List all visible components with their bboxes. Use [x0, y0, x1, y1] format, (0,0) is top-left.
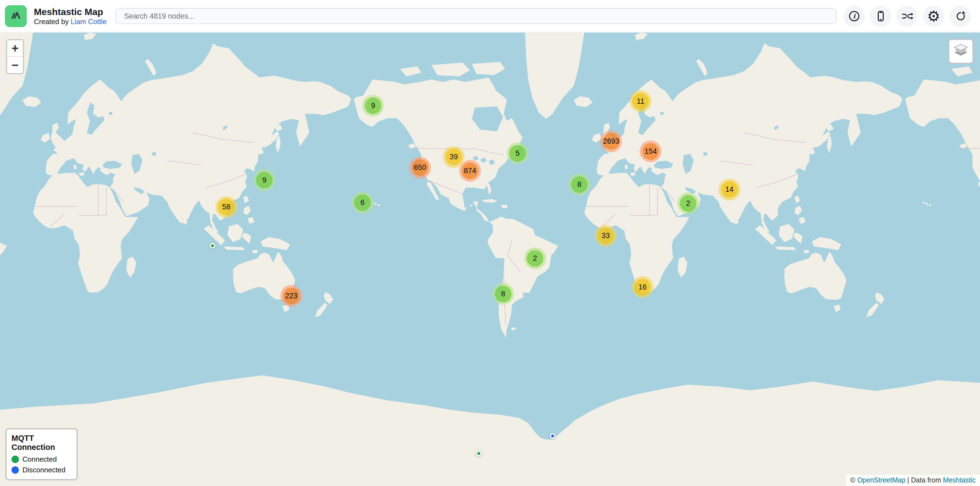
zoom-control: + −	[6, 39, 24, 74]
cluster-count: 154	[642, 143, 659, 160]
cluster-marker[interactable]: 2693	[600, 131, 622, 153]
cluster-count: 223	[283, 288, 300, 304]
node-marker-connected[interactable]	[476, 451, 482, 456]
search-bar	[115, 8, 837, 24]
cluster-marker[interactable]: 6	[352, 192, 374, 214]
world-basemap	[0, 33, 980, 486]
cluster-marker[interactable]: 11	[630, 90, 652, 112]
legend-row-connected: Connected	[11, 455, 72, 464]
byline: Created by Liam Cottle	[34, 17, 107, 26]
cluster-count: 2	[527, 250, 543, 267]
cluster-count: 58	[218, 199, 235, 215]
meshtastic-zigzag-icon	[9, 8, 23, 24]
search-input[interactable]	[115, 8, 837, 24]
map-canvas[interactable]: 911269315439650874582149586332816223 + −…	[0, 33, 980, 486]
toolbar: i	[843, 6, 971, 27]
layers-control[interactable]	[948, 39, 974, 64]
cluster-marker[interactable]: 8	[492, 283, 514, 305]
legend-title: MQTT Connection	[11, 434, 72, 452]
cluster-marker[interactable]: 16	[632, 276, 654, 298]
cluster-marker[interactable]: 58	[215, 196, 237, 218]
zoom-out-button[interactable]: −	[7, 57, 23, 73]
legend-row-disconnected: Disconnected	[11, 466, 72, 474]
cluster-count: 9	[256, 172, 273, 188]
refresh-button[interactable]	[950, 6, 971, 27]
cluster-marker[interactable]: 33	[595, 225, 617, 247]
cluster-marker[interactable]: 5	[507, 142, 528, 164]
cluster-count: 39	[445, 148, 462, 165]
random-node-button[interactable]	[897, 6, 918, 27]
node-marker-disconnected[interactable]	[550, 433, 555, 439]
legend-label: Disconnected	[22, 466, 65, 474]
info-icon: i	[848, 10, 861, 23]
meshtastic-link[interactable]: Meshtastic	[943, 476, 975, 484]
cluster-count: 5	[509, 145, 526, 162]
author-link[interactable]: Liam Cottle	[70, 18, 107, 26]
osm-link[interactable]: OpenStreetMap	[857, 476, 905, 484]
cluster-marker[interactable]: 2	[677, 192, 699, 214]
settings-gear-icon: ⚙	[927, 9, 940, 24]
cluster-count: 33	[597, 228, 614, 244]
cluster-count: 8	[495, 286, 512, 303]
legend-label: Connected	[22, 455, 57, 464]
smartphone-icon	[874, 10, 887, 23]
mqtt-legend: MQTT Connection Connected Disconnected	[5, 428, 78, 480]
attribution-separator: | Data from	[905, 476, 943, 484]
meshtastic-logo	[5, 5, 27, 27]
cluster-marker[interactable]: 9	[362, 95, 384, 116]
cluster-marker[interactable]: 2	[524, 247, 546, 269]
byline-prefix: Created by	[34, 18, 70, 26]
cluster-count: 14	[721, 181, 738, 198]
map-attribution: © OpenStreetMap | Data from Meshtastic	[846, 475, 980, 486]
header: Meshtastic Map Created by Liam Cottle i	[0, 0, 980, 33]
page-title: Meshtastic Map	[34, 6, 107, 17]
copyright-text: ©	[850, 476, 857, 484]
cluster-marker[interactable]: 650	[409, 157, 431, 179]
cluster-count: 2	[680, 195, 697, 212]
cluster-marker[interactable]: 874	[459, 160, 481, 182]
cluster-count: 2693	[603, 133, 620, 150]
cluster-marker[interactable]: 9	[253, 169, 275, 191]
cluster-count: 16	[634, 279, 651, 296]
info-button[interactable]: i	[843, 6, 865, 27]
cluster-count: 9	[365, 97, 382, 114]
svg-text:i: i	[853, 13, 856, 20]
cluster-marker[interactable]: 154	[640, 140, 662, 162]
shuffle-icon	[901, 10, 914, 23]
cluster-count: 6	[354, 194, 371, 211]
node-marker-connected[interactable]	[210, 243, 215, 249]
refresh-icon	[954, 10, 967, 23]
cluster-marker[interactable]: 8	[568, 174, 590, 195]
cluster-count: 650	[412, 159, 428, 176]
mobile-app-button[interactable]	[870, 6, 891, 27]
connected-dot-icon	[11, 456, 19, 463]
settings-button[interactable]: ⚙	[923, 6, 944, 27]
layers-icon	[953, 44, 969, 59]
disconnected-dot-icon	[11, 466, 19, 474]
cluster-count: 8	[571, 176, 588, 193]
cluster-count: 11	[632, 93, 649, 110]
zoom-in-button[interactable]: +	[7, 40, 23, 56]
cluster-marker[interactable]: 14	[719, 179, 740, 201]
cluster-count: 874	[461, 163, 478, 179]
cluster-marker[interactable]: 223	[280, 285, 302, 307]
